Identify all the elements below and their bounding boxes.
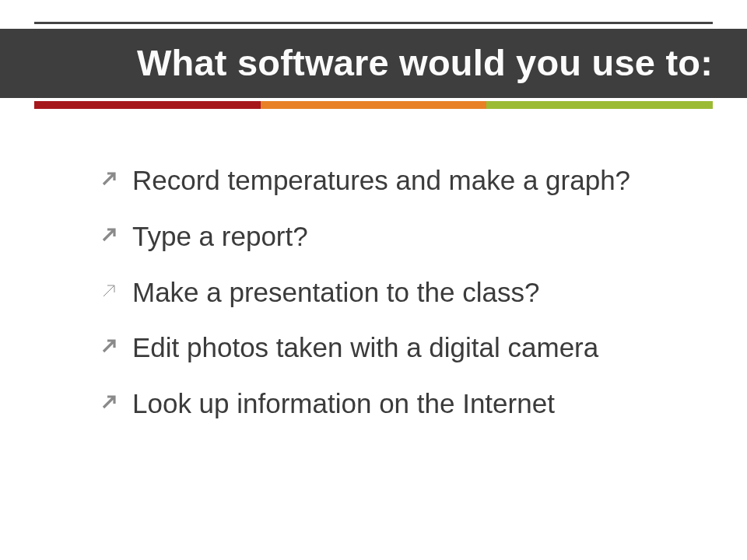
arrow-up-right-icon	[101, 219, 132, 243]
header: What software would you use to:	[0, 22, 747, 109]
list-item-text: Record temperatures and make a graph?	[132, 163, 630, 198]
list-item-text: Edit photos taken with a digital camera	[132, 331, 598, 365]
list-item: Type a report?	[101, 219, 693, 254]
accent-green	[486, 101, 713, 109]
list-item: Record temperatures and make a graph?	[101, 163, 693, 198]
slide-title: What software would you use to:	[0, 29, 747, 98]
list-item: Edit photos taken with a digital camera	[101, 331, 693, 365]
arrow-up-right-icon	[101, 275, 132, 299]
arrow-up-right-icon	[101, 331, 132, 354]
list-item-text: Type a report?	[132, 219, 308, 254]
accent-orange	[261, 101, 487, 109]
top-rule	[34, 22, 713, 24]
arrow-up-right-icon	[101, 387, 132, 410]
accent-red	[34, 101, 261, 109]
bullet-list: Record temperatures and make a graph? Ty…	[101, 163, 693, 443]
list-item-text: Make a presentation to the class?	[132, 275, 539, 310]
list-item: Look up information on the Internet	[101, 387, 693, 421]
slide: What software would you use to: Record t…	[0, 0, 747, 560]
arrow-up-right-icon	[101, 163, 132, 187]
accent-stripe	[34, 101, 713, 109]
list-item: Make a presentation to the class?	[101, 275, 693, 310]
list-item-text: Look up information on the Internet	[132, 387, 555, 421]
